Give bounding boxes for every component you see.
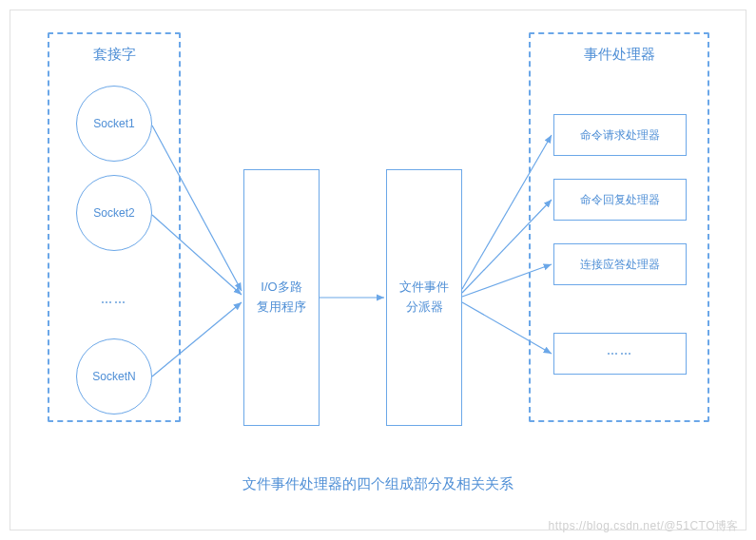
- io-multiplexer-line1: I/O多路: [261, 278, 301, 298]
- socket-label: Socket2: [93, 206, 134, 220]
- handler-label: 连接应答处理器: [580, 257, 660, 273]
- handler-cmd-reply: 命令回复处理器: [553, 179, 687, 221]
- socket-label: Socket1: [93, 117, 134, 130]
- io-multiplexer-line2: 复用程序: [257, 298, 306, 318]
- handler-conn-accept: 连接应答处理器: [553, 243, 687, 285]
- handler-cmd-request: 命令请求处理器: [553, 114, 687, 156]
- handler-label: 命令请求处理器: [580, 127, 660, 144]
- ellipsis-label: ⋯⋯: [101, 296, 127, 309]
- io-multiplexer-box: I/O多路 复用程序: [243, 169, 320, 426]
- socket-label: SocketN: [92, 370, 135, 383]
- watermark-text: https://blog.csdn.net/@51CTO博客: [549, 518, 739, 534]
- dispatcher-line2: 分派器: [406, 298, 443, 318]
- socket-ellipsis: ⋯⋯: [76, 264, 152, 340]
- sockets-panel-title: 套接字: [49, 34, 179, 64]
- diagram-caption: 文件事件处理器的四个组成部分及相关关系: [0, 475, 756, 493]
- handlers-panel-title: 事件处理器: [531, 34, 708, 64]
- handler-ellipsis: ⋯⋯: [553, 333, 687, 375]
- socket-node-1: Socket1: [76, 86, 152, 162]
- handler-label: ⋯⋯: [607, 347, 633, 360]
- socket-node-n: SocketN: [76, 338, 152, 415]
- dispatcher-line1: 文件事件: [399, 278, 449, 298]
- handler-label: 命令回复处理器: [580, 192, 660, 208]
- dispatcher-box: 文件事件 分派器: [386, 169, 462, 426]
- socket-node-2: Socket2: [76, 175, 152, 251]
